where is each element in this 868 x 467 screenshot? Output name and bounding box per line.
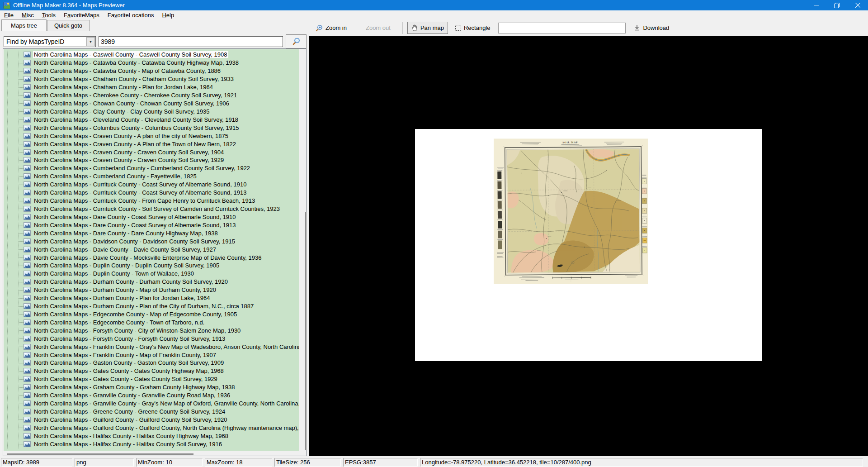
tree-item[interactable]: North Carolina Maps - Clay County - Clay… — [4, 107, 299, 115]
tree-item-label: North Carolina Maps - Edgecombe County -… — [33, 319, 205, 326]
download-button[interactable]: Download — [630, 22, 673, 33]
tree-item[interactable]: North Carolina Maps - Chatham County - P… — [4, 83, 299, 91]
minimize-button[interactable] — [806, 0, 826, 10]
tree-item[interactable]: North Carolina Maps - Currituck County -… — [4, 189, 299, 197]
menu-tools[interactable]: Tools — [38, 11, 60, 19]
status-bar: MapsID: 3989pngMinZoom: 10MaxZoom: 18Til… — [0, 457, 868, 467]
map-document-page: SOIL MAP — [415, 129, 762, 361]
map-thumbnail-icon — [24, 173, 31, 179]
map-thumbnail-icon — [24, 60, 31, 66]
tree-item[interactable]: North Carolina Maps - Dare County - Coas… — [4, 213, 299, 221]
tree-item[interactable]: North Carolina Maps - Dare County - Coas… — [4, 221, 299, 229]
tree-item[interactable]: North Carolina Maps - Franklin County - … — [4, 343, 299, 351]
tree-item[interactable]: North Carolina Maps - Cumberland County … — [4, 164, 299, 172]
tree-rows: North Carolina Maps - Caswell County - C… — [4, 51, 299, 448]
tree-item[interactable]: North Carolina Maps - Currituck County -… — [4, 205, 299, 213]
tree-item[interactable]: North Carolina Maps - Cherokee County - … — [4, 91, 299, 100]
tree-horizontal-scrollbar[interactable] — [7, 453, 193, 455]
tab-quick-goto[interactable]: Quick goto — [47, 20, 90, 31]
tree-item[interactable]: North Carolina Maps - Duplin County - Du… — [4, 262, 299, 270]
tree-item[interactable]: North Carolina Maps - Durham County - Pl… — [4, 302, 299, 310]
rectangle-button[interactable]: Rectangle — [452, 22, 494, 33]
tree-item[interactable]: North Carolina Maps - Durham County - Ma… — [4, 286, 299, 294]
tree-item-label: North Carolina Maps - Cumberland County … — [33, 173, 198, 180]
tree-item[interactable]: North Carolina Maps - Cumberland County … — [4, 172, 299, 181]
tree-item-label: North Carolina Maps - Guilford County - … — [33, 416, 228, 423]
tree-item-label: North Carolina Maps - Currituck County -… — [33, 181, 247, 188]
tree-item-label: North Carolina Maps - Dare County - Coas… — [33, 214, 237, 220]
tree-item[interactable]: North Carolina Maps - Edgecombe County -… — [4, 310, 299, 319]
tree-item-label: North Carolina Maps - Durham County - Pl… — [33, 295, 211, 301]
search-input[interactable] — [99, 36, 283, 47]
tree-item[interactable]: North Carolina Maps - Davie County - Moc… — [4, 253, 299, 262]
map-thumbnail-icon — [24, 92, 31, 98]
tree-item[interactable]: North Carolina Maps - Caswell County - C… — [4, 51, 299, 59]
find-mode-select[interactable]: Find by MapsTypeID ▼ — [4, 36, 96, 47]
search-button[interactable] — [286, 34, 307, 48]
tree-item-label: North Carolina Maps - Guilford County - … — [33, 424, 299, 431]
tree-item[interactable]: North Carolina Maps - Craven County - Cr… — [4, 156, 299, 164]
tree-item-label: North Carolina Maps - Chowan County - Ch… — [33, 100, 230, 107]
tree-item[interactable]: North Carolina Maps - Duplin County - To… — [4, 270, 299, 278]
soil-map-sheet: SOIL MAP — [494, 138, 648, 284]
tree-item[interactable]: North Carolina Maps - Halifax County - H… — [4, 432, 299, 440]
zoom-in-button[interactable]: Zoom in — [312, 22, 350, 34]
tree-vertical-scrollbar[interactable] — [305, 212, 307, 450]
tree-item[interactable]: North Carolina Maps - Edgecombe County -… — [4, 318, 299, 326]
menu-favoritemaps[interactable]: FavoriteMaps — [60, 11, 104, 19]
tree-item[interactable]: North Carolina Maps - Franklin County - … — [4, 351, 299, 359]
tree-item[interactable]: North Carolina Maps - Cleveland County -… — [4, 115, 299, 124]
toolbar-address-input[interactable] — [498, 23, 626, 33]
tree-item[interactable]: North Carolina Maps - Currituck County -… — [4, 181, 299, 189]
tree-item[interactable]: North Carolina Maps - Craven County - A … — [4, 140, 299, 148]
tree-item[interactable]: North Carolina Maps - Guilford County - … — [4, 415, 299, 424]
tree-item[interactable]: North Carolina Maps - Catawba County - M… — [4, 67, 299, 75]
pan-map-button[interactable]: Pan map — [407, 22, 448, 34]
menu-misc[interactable]: Misc — [18, 11, 38, 19]
map-thumbnail-icon — [24, 319, 31, 325]
chevron-down-icon[interactable]: ▼ — [86, 37, 95, 46]
tree-item-label: North Carolina Maps - Chatham County - C… — [33, 76, 235, 82]
tree-item[interactable]: North Carolina Maps - Craven County - A … — [4, 132, 299, 140]
close-button[interactable] — [847, 0, 868, 10]
tab-maps-tree[interactable]: Maps tree — [1, 19, 47, 31]
tree-item[interactable]: North Carolina Maps - Greene County - Gr… — [4, 408, 299, 416]
tree-item[interactable]: North Carolina Maps - Craven County - Cr… — [4, 148, 299, 156]
tree-item[interactable]: North Carolina Maps - Granville County -… — [4, 391, 299, 400]
map-viewport[interactable]: SOIL MAP — [309, 36, 868, 456]
tree-item-label: North Carolina Maps - Catawba County - C… — [33, 59, 240, 66]
tree-item[interactable]: North Carolina Maps - Forsyth County - C… — [4, 326, 299, 334]
tree-item[interactable]: North Carolina Maps - Dare County - Dare… — [4, 229, 299, 237]
restore-button[interactable] — [826, 0, 847, 10]
status-cell: png — [75, 458, 134, 467]
tree-item[interactable]: North Carolina Maps - Davidson County - … — [4, 237, 299, 245]
tree-item[interactable]: North Carolina Maps - Guilford County - … — [4, 424, 299, 432]
tree-item[interactable]: North Carolina Maps - Gaston County - Ga… — [4, 359, 299, 367]
tree-item[interactable]: North Carolina Maps - Gates County - Gat… — [4, 367, 299, 375]
map-thumbnail-icon — [24, 352, 31, 358]
tree-item-label: North Carolina Maps - Craven County - Cr… — [33, 149, 225, 156]
tree-item[interactable]: North Carolina Maps - Columbus County - … — [4, 124, 299, 132]
tree-item[interactable]: North Carolina Maps - Graham County - Gr… — [4, 383, 299, 391]
tree-item[interactable]: North Carolina Maps - Durham County - Du… — [4, 278, 299, 286]
tree-item[interactable]: North Carolina Maps - Durham County - Pl… — [4, 294, 299, 302]
map-thumbnail-icon — [24, 344, 31, 350]
tree-item[interactable]: North Carolina Maps - Halifax County - H… — [4, 440, 299, 448]
menu-help[interactable]: Help — [158, 11, 178, 19]
tree-item[interactable]: North Carolina Maps - Forsyth County - F… — [4, 334, 299, 343]
tree-item[interactable]: North Carolina Maps - Chatham County - C… — [4, 75, 299, 83]
map-thumbnail-icon — [24, 125, 31, 131]
tree-item-label: North Carolina Maps - Halifax County - H… — [33, 441, 223, 448]
tree-item[interactable]: North Carolina Maps - Catawba County - C… — [4, 59, 299, 67]
tree-item-label: North Carolina Maps - Caswell County - C… — [33, 51, 228, 58]
tree-item[interactable]: North Carolina Maps - Chowan County - Ch… — [4, 100, 299, 108]
tree-item[interactable]: North Carolina Maps - Davie County - Dav… — [4, 245, 299, 253]
tree-item-label: North Carolina Maps - Greene County - Gr… — [33, 408, 226, 415]
menu-favoritelocations[interactable]: FavoriteLocations — [104, 11, 158, 19]
tree-item[interactable]: North Carolina Maps - Gates County - Gat… — [4, 375, 299, 383]
tree-item-label: North Carolina Maps - Columbus County - … — [33, 124, 240, 131]
map-thumbnail-icon — [24, 214, 31, 220]
tree-item[interactable]: North Carolina Maps - Granville County -… — [4, 400, 299, 408]
menu-file[interactable]: File — [0, 11, 18, 19]
tree-item[interactable]: North Carolina Maps - Currituck County -… — [4, 197, 299, 205]
